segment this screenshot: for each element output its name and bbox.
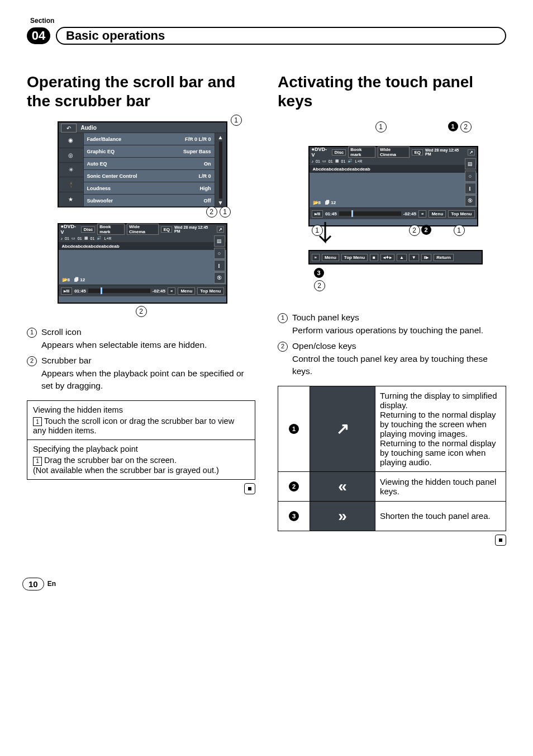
side-icon: ⫿ <box>465 183 476 194</box>
song-title: Abcdeabcdeabcdeabcdeab <box>310 165 477 173</box>
list-desc: Appears when selectable items are hidden… <box>41 339 255 351</box>
strip-button: ◂✦▸ <box>380 254 394 261</box>
side-icon: ▤ <box>214 235 225 247</box>
row-value: F/R 0 L/R 0 <box>185 136 211 142</box>
callout-circle: 2 <box>460 121 472 133</box>
right-heading: Activating the touch panel keys <box>278 73 506 110</box>
track-num: 01 <box>329 159 333 163</box>
top-pill: Wide Cinema <box>127 224 159 235</box>
expand-left-icon: « <box>329 476 356 497</box>
eq-icon: ◉ <box>59 133 83 148</box>
top-pill: Disc <box>81 226 95 233</box>
track-num: 01 <box>78 237 82 240</box>
header-title: Basic operations <box>66 29 165 43</box>
row-label: Fader/Balance <box>87 136 122 142</box>
track-num: 01 <box>316 159 320 163</box>
list-number: 1 <box>27 328 37 338</box>
list-label: Open/close keys <box>292 340 506 352</box>
callout-dot: 2 <box>421 225 431 235</box>
audio-row: SubwooferOff <box>84 195 215 207</box>
play-pause-icon: ▸/II <box>312 210 323 218</box>
top-pill: Wide Cinema <box>378 147 410 158</box>
eq-icon: 🕴 <box>59 177 83 192</box>
list-desc: Appears when the playback point can be s… <box>41 367 255 393</box>
end-section-icon <box>495 535 506 546</box>
list-number: 2 <box>278 342 288 352</box>
row-value: L/R 0 <box>198 173 211 179</box>
table-dot: 3 <box>289 511 299 521</box>
side-icon: ▤ <box>465 158 476 169</box>
list-number: 2 <box>27 356 37 366</box>
header-bar: 04 Basic operations <box>27 27 506 45</box>
strip-button: II▸ <box>421 254 431 261</box>
clock-label: Wed 28 may 12:45 PM <box>174 225 215 233</box>
callout-circle: 2 <box>206 206 217 218</box>
table-dot: 1 <box>289 424 299 434</box>
list-desc: Control the touch panel key area by touc… <box>292 353 506 378</box>
side-icon: ○ <box>214 248 225 259</box>
list-label: Scroll icon <box>41 326 255 338</box>
expanded-touch-strip: » Menu Top Menu ■ ◂✦▸ ▲ ▼ II▸ Return <box>308 250 483 264</box>
song-title: Abcdeabcdeabcdeabcdeab <box>59 242 226 250</box>
track-num: 01 <box>65 237 69 240</box>
audio-settings-mock: ↶ Audio ◉ ◎ ✳ 🕴 ★ Fader/BalanceF/R 0 L/R… <box>58 121 227 207</box>
step-text: Touch the scroll icon or drag the scrubb… <box>33 417 234 436</box>
back-icon: ↶ <box>61 124 77 133</box>
box-title: Specifying the playback point <box>33 445 249 453</box>
callout-dot: 3 <box>314 268 324 278</box>
row-value: High <box>200 186 211 191</box>
expand-icon: ↗ <box>217 226 224 233</box>
strip-button: ■ <box>370 254 378 261</box>
collapse-right-icon: » <box>329 506 356 526</box>
row-value: On <box>204 161 211 167</box>
scrubber-bar <box>88 289 150 293</box>
callout-circle: 2 <box>136 306 147 317</box>
chapter-count: 12 <box>331 200 336 205</box>
row-label: Sonic Center Control <box>87 173 137 179</box>
page-number: 10 <box>22 578 44 590</box>
step-number: 1 <box>33 457 42 466</box>
audio-row: Fader/BalanceF/R 0 L/R 0 <box>84 133 215 145</box>
table-desc: Viewing the hidden touch panel keys. <box>375 471 506 501</box>
expand-icon: ↗ <box>468 149 475 155</box>
callout-circle: 1 <box>220 206 231 218</box>
top-pill: EQ <box>161 226 172 233</box>
clock-label: Wed 28 may 12:45 PM <box>425 148 465 156</box>
audio-mock-title: Audio <box>59 122 226 133</box>
side-icon: ⫿ <box>214 260 225 271</box>
table-dot: 2 <box>289 481 299 492</box>
strip-button: Return <box>434 254 454 261</box>
list-number: 1 <box>278 313 288 323</box>
table-desc: Turning the display to simplified displa… <box>375 386 506 471</box>
left-column: Operating the scroll bar and the scrubbe… <box>27 62 255 546</box>
menu-button: Menu <box>178 287 195 295</box>
top-pill: Book mark <box>348 147 375 158</box>
list-label: Touch panel keys <box>292 311 506 324</box>
strip-button: ▲ <box>397 254 407 261</box>
callout-circle: 1 <box>375 121 387 133</box>
side-icon: ⦿ <box>465 195 476 206</box>
audio-row: Graphic EQSuper Bass <box>84 145 215 158</box>
source-label: ●DVD-V <box>61 224 79 235</box>
strip-button: Top Menu <box>341 254 368 261</box>
step-number: 1 <box>33 417 42 426</box>
play-pause-icon: ▸/II <box>61 287 73 295</box>
eq-icon: ★ <box>59 192 83 207</box>
arrow-icon <box>314 219 336 253</box>
top-pill: EQ <box>412 149 423 155</box>
audio-row: Sonic Center ControlL/R 0 <box>84 170 215 182</box>
left-heading: Operating the scroll bar and the scrubbe… <box>27 73 255 110</box>
eq-icon: ◎ <box>59 148 83 163</box>
scrubber-bar <box>339 211 401 216</box>
callout-dot: 1 <box>448 121 458 131</box>
table-desc: Shorten the touch panel area. <box>375 501 506 531</box>
scroll-down-icon: ▼ <box>218 200 223 206</box>
top-pill: Disc <box>332 149 346 155</box>
row-label: Subwoofer <box>87 198 113 204</box>
strip-button: Menu <box>322 254 339 261</box>
expand-left-icon: « <box>168 287 175 295</box>
row-label: Loudness <box>87 186 111 191</box>
page-footer: 10 En <box>22 578 56 590</box>
list-desc: Perform various operations by touching t… <box>292 324 506 337</box>
side-icon: ○ <box>465 171 476 182</box>
